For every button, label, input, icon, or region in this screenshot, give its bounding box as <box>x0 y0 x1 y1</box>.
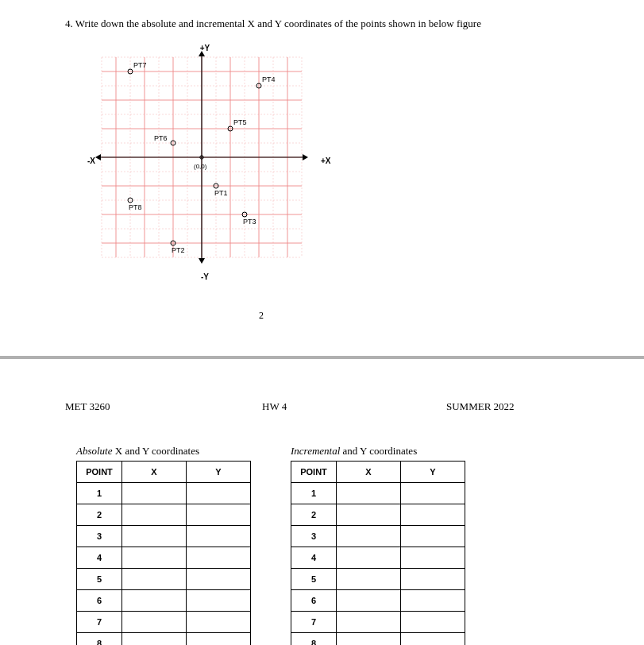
inc-y-cell <box>401 612 465 633</box>
inc-point-cell: 3 <box>291 526 337 547</box>
inc-x-cell <box>337 569 401 590</box>
abs-x-cell <box>122 504 187 526</box>
abs-y-cell <box>187 526 251 547</box>
table-row: 6 <box>77 590 251 612</box>
point-label-pt6: PT6 <box>154 134 168 142</box>
inc-x-cell <box>337 633 401 646</box>
inc-x-cell <box>337 547 401 569</box>
inc-x-cell <box>337 590 401 612</box>
inc-x-cell <box>337 526 401 547</box>
abs-point-cell: 7 <box>77 612 122 633</box>
table-row: 7 <box>77 612 251 633</box>
abs-point-cell: 5 <box>77 569 122 590</box>
inc-point-cell: 7 <box>291 612 337 633</box>
axis-label-pos-y: +Y <box>200 44 210 52</box>
axis-label-neg-x: -X <box>87 156 95 165</box>
table-row: 4 <box>77 547 251 569</box>
abs-y-cell <box>187 612 251 633</box>
abs-x-cell <box>122 569 187 590</box>
grid-svg: PT7PT4PT5PT6PT1PT8PT3PT2 +Y -Y +X -X (0,… <box>86 41 332 288</box>
inc-x-cell <box>337 612 401 633</box>
absolute-table: POINT X Y 12345678 <box>76 461 251 645</box>
table-row: 2 <box>291 504 465 526</box>
point-label-pt5: PT5 <box>233 118 247 126</box>
point-label-pt2: PT2 <box>172 246 185 254</box>
table-row: 1 <box>77 483 251 504</box>
abs-x-cell <box>122 547 187 569</box>
inc-point-cell: 2 <box>291 504 337 526</box>
inc-y-cell <box>401 504 465 526</box>
table-row: 4 <box>291 547 465 569</box>
abs-point-cell: 4 <box>77 547 122 569</box>
abs-y-cell <box>187 547 251 569</box>
inc-title-italic: Incremental <box>291 445 340 457</box>
abs-y-cell <box>187 504 251 526</box>
table-row: 8 <box>77 633 251 646</box>
table-row: 1 <box>291 483 465 504</box>
abs-x-cell <box>122 633 187 646</box>
term: SUMMER 2022 <box>446 400 515 413</box>
abs-x-cell <box>122 526 187 547</box>
inc-y-cell <box>401 526 465 547</box>
abs-point-cell: 2 <box>77 504 122 526</box>
abs-y-cell <box>187 483 251 504</box>
point-label-pt1: PT1 <box>214 189 228 197</box>
tables-row: Absolute X and Y coordinates POINT X Y 1… <box>76 445 465 645</box>
table-row: 5 <box>291 569 465 590</box>
abs-x-cell <box>122 590 187 612</box>
abs-title-rest: X and Y coordinates <box>113 445 200 457</box>
inc-col-y: Y <box>401 462 465 483</box>
table-row: 2 <box>77 504 251 526</box>
inc-point-cell: 6 <box>291 590 337 612</box>
absolute-table-title: Absolute X and Y coordinates <box>76 445 251 458</box>
course-code: MET 3260 <box>65 400 110 413</box>
incremental-table-title: Incremental and Y coordinates <box>291 445 465 458</box>
table-row: 6 <box>291 590 465 612</box>
abs-x-cell <box>122 612 187 633</box>
abs-col-y: Y <box>187 462 251 483</box>
axis-label-neg-y: -Y <box>201 272 209 281</box>
inc-col-x: X <box>337 462 401 483</box>
hw-number: HW 4 <box>262 400 287 413</box>
abs-col-x: X <box>122 462 187 483</box>
point-label-pt4: PT4 <box>262 75 276 83</box>
abs-y-cell <box>187 569 251 590</box>
inc-title-rest: and Y coordinates <box>340 445 417 457</box>
incremental-table: POINT X Y 12345678 <box>291 461 465 645</box>
table-row: 3 <box>77 526 251 547</box>
table-row: 7 <box>291 612 465 633</box>
point-label-pt3: PT3 <box>243 218 256 226</box>
inc-point-cell: 5 <box>291 569 337 590</box>
inc-col-point: POINT <box>291 462 337 483</box>
inc-point-cell: 8 <box>291 633 337 646</box>
abs-col-point: POINT <box>77 462 122 483</box>
inc-y-cell <box>401 547 465 569</box>
point-label-pt8: PT8 <box>129 203 142 211</box>
page-1: 4. Write down the absolute and increment… <box>0 0 644 359</box>
absolute-table-block: Absolute X and Y coordinates POINT X Y 1… <box>76 445 251 645</box>
inc-y-cell <box>401 483 465 504</box>
table-row: 5 <box>77 569 251 590</box>
abs-y-cell <box>187 590 251 612</box>
table-row: 3 <box>291 526 465 547</box>
inc-y-cell <box>401 590 465 612</box>
table-row: 8 <box>291 633 465 646</box>
origin-label: (0,0) <box>194 163 207 170</box>
inc-x-cell <box>337 483 401 504</box>
axis-label-pos-x: +X <box>321 156 331 165</box>
inc-point-cell: 1 <box>291 483 337 504</box>
abs-x-cell <box>122 483 187 504</box>
question-text: 4. Write down the absolute and increment… <box>65 17 481 30</box>
inc-y-cell <box>401 633 465 646</box>
inc-x-cell <box>337 504 401 526</box>
abs-title-italic: Absolute <box>76 445 113 457</box>
abs-y-cell <box>187 633 251 646</box>
coordinate-figure: PT7PT4PT5PT6PT1PT8PT3PT2 +Y -Y +X -X (0,… <box>86 41 332 288</box>
point-label-pt7: PT7 <box>133 61 147 69</box>
inc-y-cell <box>401 569 465 590</box>
abs-point-cell: 1 <box>77 483 122 504</box>
incremental-table-block: Incremental and Y coordinates POINT X Y … <box>291 445 465 645</box>
abs-point-cell: 8 <box>77 633 122 646</box>
page-number: 2 <box>259 310 264 322</box>
page-2: MET 3260 HW 4 SUMMER 2022 Absolute X and… <box>0 359 644 400</box>
